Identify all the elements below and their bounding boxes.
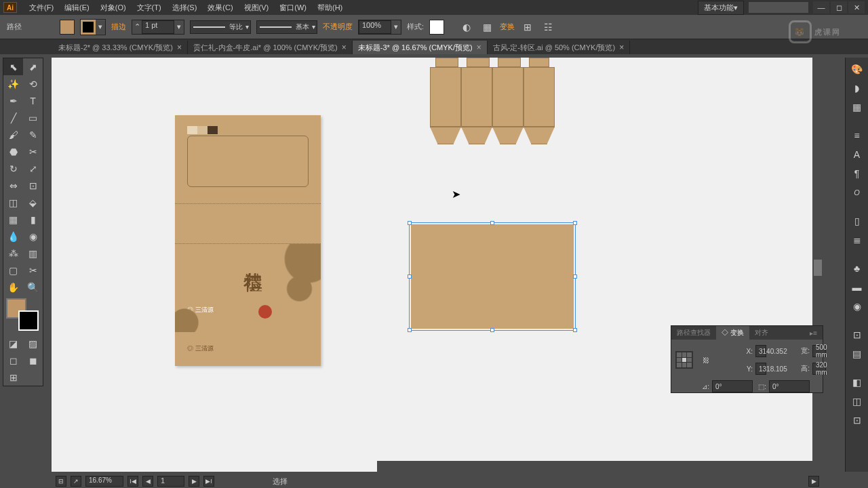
close-icon[interactable]: × [342, 43, 347, 52]
artboard-tool[interactable]: ▢ [3, 262, 23, 279]
align-panel-icon[interactable]: ▤ [850, 346, 865, 361]
resize-handle-n[interactable] [490, 221, 494, 225]
rotate-field[interactable]: 0° [712, 380, 753, 392]
align-tab[interactable]: 对齐 [749, 326, 774, 340]
opacity-dropdown[interactable]: ▾ [391, 20, 401, 34]
menu-file[interactable]: 文件(F) [24, 1, 59, 15]
rotate-tool[interactable]: ↻ [3, 160, 23, 177]
screen-mode[interactable]: ⊞ [3, 369, 23, 386]
swatches-panel-icon[interactable]: ▦ [850, 100, 865, 115]
menu-type[interactable]: 文字(T) [132, 1, 167, 15]
doc-tab-2[interactable]: 贡仁礼-内盒-牛皮.ai* @ 100% (CMYK/预览)× [188, 41, 353, 54]
popup-icon[interactable]: ↗ [71, 476, 81, 487]
scale-tool[interactable]: ⤢ [23, 160, 43, 177]
vertical-scrollbar[interactable] [812, 58, 823, 472]
resize-handle-nw[interactable] [408, 221, 412, 225]
blob-brush-tool[interactable]: ⬣ [3, 143, 23, 160]
resize-handle-se[interactable] [573, 328, 577, 332]
gradient-panel-icon[interactable]: ▯ [850, 214, 865, 228]
character-panel-icon[interactable]: A [850, 147, 865, 162]
constrain-proportions-icon[interactable]: ⛓ [698, 357, 709, 364]
scroll-thumb[interactable] [814, 260, 822, 276]
nav-first-icon[interactable]: I◀ [127, 476, 138, 487]
horizontal-scrollbar[interactable] [377, 461, 812, 472]
search-box[interactable] [748, 1, 809, 14]
y-field[interactable]: 1318.105 [755, 363, 766, 375]
height-field[interactable]: 320 mm [812, 363, 826, 375]
menu-view[interactable]: 视图(V) [239, 1, 275, 15]
resize-handle-ne[interactable] [573, 221, 577, 225]
close-icon[interactable]: × [177, 43, 182, 52]
close-icon[interactable]: × [477, 43, 481, 52]
hand-tool[interactable]: ✋ [3, 279, 23, 296]
zoom-field[interactable]: 16.67% [85, 476, 123, 487]
zoom-tool[interactable]: 🔍 [23, 279, 43, 296]
mesh-tool[interactable]: ▦ [3, 211, 23, 228]
zoom-out-icon[interactable]: ⊟ [56, 476, 66, 487]
links-panel-icon[interactable]: ⊡ [850, 413, 865, 428]
opacity-field[interactable]: 100% [359, 20, 391, 34]
stroke-weight-dropdown[interactable]: ▾ [174, 20, 184, 34]
eyedropper-tool[interactable]: 💧 [3, 228, 23, 245]
resize-handle-s[interactable] [490, 328, 494, 332]
graph-tool[interactable]: ▥ [23, 245, 43, 262]
selection-tool[interactable]: ⬉ [3, 58, 23, 75]
stroke-color[interactable] [18, 310, 39, 331]
layers-panel-icon[interactable]: ◧ [850, 375, 865, 390]
status-dropdown-icon[interactable]: ▶ [808, 476, 819, 487]
shape-builder-tool[interactable]: ◫ [3, 194, 23, 211]
align-icon[interactable]: ▦ [479, 20, 494, 35]
blend-tool[interactable]: ◉ [23, 228, 43, 245]
stroke-weight-decrease[interactable]: ⌃ [132, 20, 142, 34]
menu-effect[interactable]: 效果(C) [202, 1, 238, 15]
reference-point-selector[interactable] [675, 351, 693, 369]
gradient-tool[interactable]: ▮ [23, 211, 43, 228]
window-restore[interactable]: ◻ [831, 1, 847, 14]
menu-window[interactable]: 窗口(W) [274, 1, 312, 15]
screen-mode-full[interactable] [23, 369, 43, 386]
arrange-icon[interactable]: ☷ [540, 20, 555, 35]
doc-tab-3[interactable]: 未标题-3* @ 16.67% (CMYK/预览)× [353, 41, 488, 54]
color-mode-gradient[interactable]: ▨ [23, 335, 43, 352]
isolate-icon[interactable]: ⊞ [520, 20, 535, 35]
nav-next-icon[interactable]: ▶ [189, 476, 199, 487]
width-tool[interactable]: ⇔ [3, 177, 23, 194]
free-transform-tool[interactable]: ⊡ [23, 177, 43, 194]
stroke-weight-field[interactable]: 1 pt [142, 20, 174, 34]
transparency-panel-icon[interactable]: ≣ [850, 232, 865, 247]
menu-select[interactable]: 选择(S) [167, 1, 203, 15]
appearance-panel-icon[interactable]: ◉ [850, 299, 865, 314]
draw-mode-behind[interactable]: ◼ [23, 352, 43, 369]
slice-tool[interactable]: ✂ [23, 262, 43, 279]
brush-def[interactable]: 基本▾ [256, 20, 317, 34]
menu-edit[interactable]: 编辑(E) [59, 1, 95, 15]
nav-last-icon[interactable]: ▶I [203, 476, 214, 487]
stroke-panel-icon[interactable]: ≡ [850, 128, 865, 143]
doc-tab-1[interactable]: 未标题-2* @ 33.33% (CMYK/预览)× [53, 41, 188, 54]
brushes-panel-icon[interactable]: ▬ [850, 280, 865, 295]
graphic-style-swatch[interactable] [429, 20, 444, 35]
resize-handle-e[interactable] [573, 274, 577, 279]
canvas[interactable]: ◎ 三清源 恭仁禮 ◎ 三清源 [52, 58, 823, 472]
close-icon[interactable]: × [619, 43, 624, 52]
fill-stroke-swatches[interactable] [6, 298, 40, 332]
symbols-panel-icon[interactable]: ♣ [850, 261, 865, 276]
window-close[interactable]: ✕ [848, 1, 865, 14]
paintbrush-tool[interactable]: 🖌 [3, 126, 23, 143]
graphic-styles-icon[interactable]: ⊡ [850, 327, 865, 342]
width-field[interactable]: 500 mm [812, 345, 826, 357]
rectangle-tool[interactable]: ▭ [23, 109, 43, 126]
pencil-tool[interactable]: ✎ [23, 126, 43, 143]
stroke-swatch-dropdown[interactable]: ▾ [96, 20, 105, 34]
menu-help[interactable]: 帮助(H) [312, 1, 348, 15]
direct-selection-tool[interactable]: ⬈ [23, 58, 43, 75]
type-tool[interactable]: T [23, 92, 43, 109]
pathfinder-tab[interactable]: 路径查找器 [671, 326, 716, 340]
paragraph-panel-icon[interactable]: ¶ [850, 166, 865, 181]
panel-menu-icon[interactable]: ▸≡ [804, 326, 823, 340]
magic-wand-tool[interactable]: ✨ [3, 75, 23, 92]
resize-handle-w[interactable] [408, 274, 412, 279]
lasso-tool[interactable]: ⟲ [23, 75, 43, 92]
opentype-panel-icon[interactable]: O [850, 185, 865, 200]
pen-tool[interactable]: ✒ [3, 92, 23, 109]
